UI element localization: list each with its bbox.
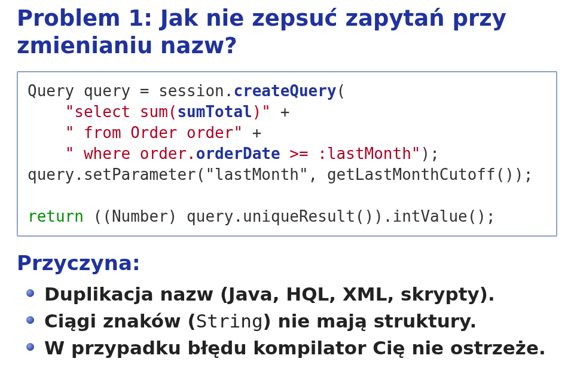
code-indent bbox=[28, 145, 65, 163]
code-string: "select sum( bbox=[65, 103, 178, 121]
code-line-4: " where order.orderDate >= :lastMonth"); bbox=[28, 145, 439, 163]
code-string: " from Order order" bbox=[65, 124, 243, 142]
code-indent bbox=[28, 124, 65, 142]
cause-item-3: W przypadku błędu kompilator Cię nie ost… bbox=[24, 335, 557, 362]
cause-heading: Przyczyna: bbox=[17, 251, 557, 275]
code-string: " where order. bbox=[65, 145, 196, 163]
code-text: + bbox=[243, 124, 261, 142]
code-line-3: " from Order order" + bbox=[28, 124, 261, 142]
code-emph: createQuery bbox=[233, 82, 336, 100]
code-emph: orderDate bbox=[196, 145, 280, 163]
bullet-text: W przypadku błędu kompilator Cię nie ost… bbox=[44, 337, 546, 359]
code-text: ); bbox=[420, 145, 439, 163]
code-text: + bbox=[271, 103, 289, 121]
code-string: )" bbox=[252, 103, 271, 121]
slide-title: Problem 1: Jak nie zepsuć zapytań przy z… bbox=[17, 5, 557, 60]
code-string: >= :lastMonth" bbox=[280, 145, 421, 163]
code-keyword: return bbox=[28, 207, 84, 225]
code-line-1: Query query = session.createQuery( bbox=[28, 82, 346, 100]
code-block: Query query = session.createQuery( "sele… bbox=[17, 71, 557, 237]
code-line-2: "select sum(sumTotal)" + bbox=[28, 103, 289, 121]
code-text: ( bbox=[337, 82, 346, 100]
cause-item-1: Duplikacja nazw (Java, HQL, XML, skrypty… bbox=[24, 281, 557, 308]
code-emph: sumTotal bbox=[177, 103, 252, 121]
code-text: Query query = session. bbox=[28, 82, 233, 100]
code-text: ((Number) query.uniqueResult()).intValue… bbox=[84, 207, 496, 225]
bullet-text: ) nie mają struktury. bbox=[263, 310, 477, 332]
code-indent bbox=[28, 103, 65, 121]
bullet-mono: String bbox=[196, 310, 263, 332]
code-line-5: query.setParameter("lastMonth", getLastM… bbox=[28, 166, 533, 183]
code-line-7: return ((Number) query.uniqueResult()).i… bbox=[28, 207, 496, 225]
bullet-text: Duplikacja nazw (Java, HQL, XML, skrypty… bbox=[44, 283, 495, 305]
bullet-text: Ciągi znaków ( bbox=[44, 310, 196, 332]
cause-list: Duplikacja nazw (Java, HQL, XML, skrypty… bbox=[17, 281, 557, 362]
slide: Problem 1: Jak nie zepsuć zapytań przy z… bbox=[0, 0, 574, 369]
cause-item-2: Ciągi znaków (String) nie mają struktury… bbox=[24, 308, 557, 335]
